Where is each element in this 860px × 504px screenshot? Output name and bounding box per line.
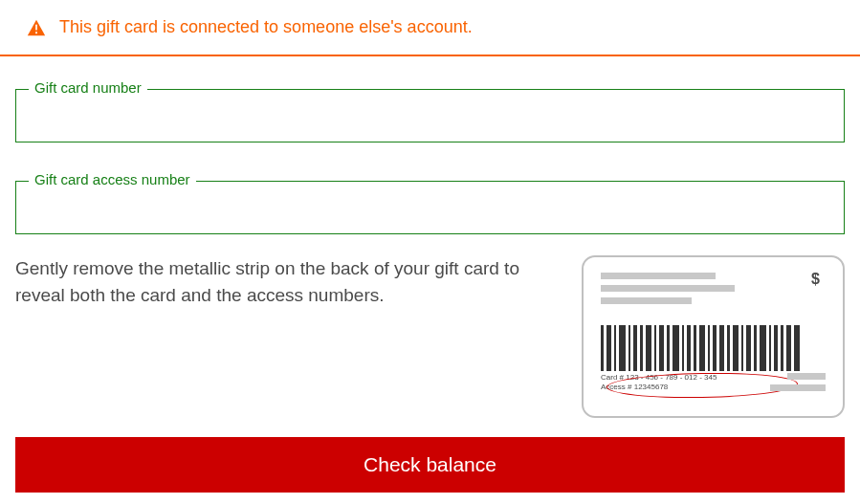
svg-rect-28 (774, 325, 778, 371)
gift-card-access-number-field: Gift card access number (15, 181, 845, 234)
svg-rect-12 (667, 325, 670, 371)
svg-rect-9 (646, 325, 651, 371)
gift-card-number-input[interactable] (15, 89, 845, 142)
check-balance-button[interactable]: Check balance (15, 437, 845, 493)
placeholder-line (770, 384, 826, 391)
svg-rect-23 (741, 325, 743, 371)
placeholder-line (601, 297, 692, 304)
svg-rect-11 (659, 325, 664, 371)
dollar-icon: $ (811, 271, 820, 288)
svg-rect-15 (687, 325, 691, 371)
svg-rect-5 (619, 325, 626, 371)
svg-rect-24 (746, 325, 751, 371)
svg-rect-30 (786, 325, 791, 371)
gift-card-back-illustration: $ (582, 255, 845, 418)
svg-rect-17 (699, 325, 705, 371)
svg-rect-7 (633, 325, 637, 371)
svg-rect-10 (654, 325, 656, 371)
svg-rect-21 (727, 325, 730, 371)
gift-card-access-number-label: Gift card access number (29, 171, 196, 187)
svg-rect-14 (682, 325, 684, 371)
barcode-icon (601, 325, 821, 371)
helper-text: Gently remove the metallic strip on the … (15, 255, 559, 418)
svg-rect-3 (606, 325, 611, 371)
svg-rect-8 (640, 325, 643, 371)
alert-banner: This gift card is connected to someone e… (0, 0, 860, 56)
svg-rect-26 (760, 325, 766, 371)
svg-rect-16 (694, 325, 696, 371)
svg-rect-1 (35, 32, 37, 33)
svg-rect-4 (614, 325, 616, 371)
svg-rect-20 (719, 325, 724, 371)
gift-card-number-label: Gift card number (29, 79, 147, 96)
helper-row: Gently remove the metallic strip on the … (15, 255, 845, 418)
svg-rect-19 (713, 325, 717, 371)
alert-message: This gift card is connected to someone e… (59, 17, 473, 37)
form: Gift card number Gift card access number… (0, 89, 860, 418)
placeholder-line (601, 273, 716, 279)
svg-rect-18 (708, 325, 710, 371)
svg-rect-0 (35, 24, 37, 30)
warning-icon (27, 18, 46, 37)
placeholder-line (601, 285, 735, 292)
svg-rect-13 (673, 325, 679, 371)
gift-card-number-field: Gift card number (15, 89, 845, 142)
barcode-area: Card # 123 - 456 - 789 - 012 - 345 Acces… (601, 325, 826, 393)
svg-rect-29 (781, 325, 783, 371)
svg-rect-31 (794, 325, 800, 371)
gift-card-access-number-input[interactable] (15, 181, 845, 234)
svg-rect-6 (628, 325, 630, 371)
placeholder-line (787, 373, 826, 380)
svg-rect-27 (769, 325, 771, 371)
svg-rect-22 (733, 325, 739, 371)
svg-rect-25 (754, 325, 757, 371)
svg-rect-2 (601, 325, 604, 371)
